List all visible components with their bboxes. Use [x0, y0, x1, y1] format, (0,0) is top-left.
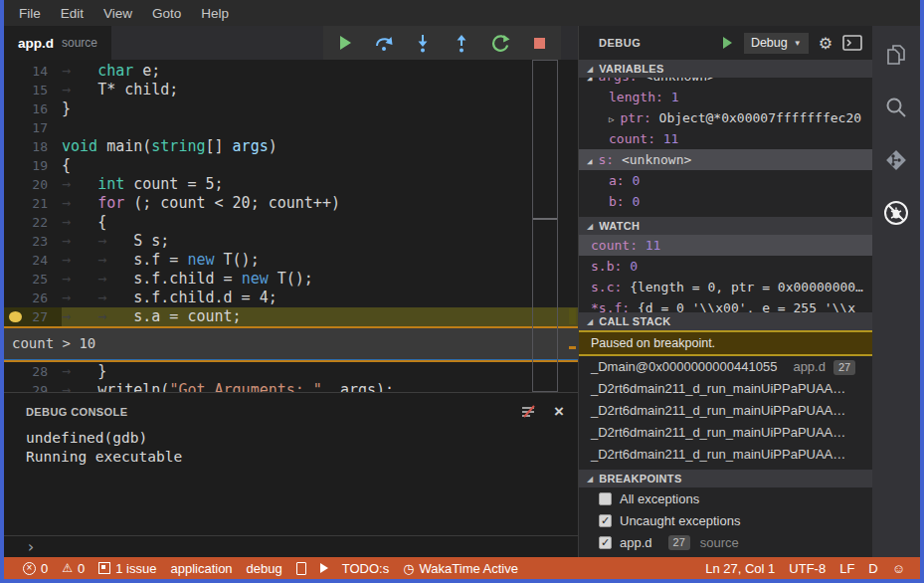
clear-console-button[interactable]: [520, 404, 538, 420]
callstack-frame[interactable]: _D2rt6dmain211_d_run_mainUiPPaPUAA…: [579, 378, 872, 400]
variables-row-ptr[interactable]: ▷ptr: Object@*0x00007fffffffec20: [579, 107, 872, 128]
gutter-26[interactable]: 26: [4, 289, 62, 307]
activity-source-control[interactable]: [876, 141, 916, 179]
activity-explorer[interactable]: [876, 36, 916, 74]
console-input-row[interactable]: ›: [4, 535, 578, 557]
gutter-15[interactable]: 15: [4, 81, 62, 99]
gutter-29[interactable]: 29: [4, 381, 62, 392]
menu-item-view[interactable]: View: [96, 4, 139, 23]
code-line-27[interactable]: 27→ → s.a = count;: [4, 307, 578, 326]
status-warning[interactable]: ⚠0: [55, 557, 92, 579]
menu-item-goto[interactable]: Goto: [145, 4, 188, 23]
open-console-button[interactable]: [842, 35, 862, 51]
stop-button[interactable]: [529, 33, 549, 53]
menu-item-file[interactable]: File: [12, 4, 48, 23]
breakpoint-condition-widget[interactable]: count > 10: [4, 326, 578, 362]
breakpoint-item[interactable]: ✓Uncaught exceptions: [579, 509, 872, 531]
breakpoint-item[interactable]: All exceptions: [579, 487, 872, 509]
gutter-16[interactable]: 16: [4, 99, 62, 118]
variables-row-b[interactable]: b: 0: [579, 191, 872, 212]
code-line-25[interactable]: 25→ → s.f.child = new T();: [4, 270, 578, 289]
status-todo-s[interactable]: TODO:s: [335, 557, 396, 579]
gutter-14[interactable]: 14: [4, 62, 62, 81]
callstack-frame[interactable]: _D2rt6dmain211_d_run_mainUiPPaPUAA…: [579, 422, 872, 444]
code-line-16[interactable]: 16}: [4, 99, 578, 118]
step-into-button[interactable]: [413, 33, 433, 53]
code-line-18[interactable]: 18void main(string[] args): [4, 137, 578, 156]
status-smiley[interactable]: ☺: [885, 557, 912, 579]
twistie-open-icon[interactable]: ◢: [587, 78, 592, 83]
gutter-25[interactable]: 25: [4, 270, 62, 289]
variables-row-length[interactable]: length: 1: [579, 87, 872, 107]
variables-row-s[interactable]: ◢s: <unknown>: [579, 149, 872, 170]
gutter-27[interactable]: 27: [4, 307, 62, 326]
status-application[interactable]: application: [163, 557, 239, 579]
status-error[interactable]: ×0: [16, 557, 55, 579]
code-line-28[interactable]: 28→ }: [4, 362, 578, 381]
gutter-22[interactable]: 22: [4, 213, 62, 232]
code-line-22[interactable]: 22→ {: [4, 213, 578, 232]
activity-search[interactable]: [876, 89, 916, 126]
checkbox-icon[interactable]: ✓: [599, 514, 612, 527]
code-line-23[interactable]: 23→ → S s;: [4, 232, 578, 251]
status-clock[interactable]: ◷WakaTime Active: [396, 557, 525, 579]
status-lf[interactable]: LF: [832, 557, 861, 579]
status-utf-8[interactable]: UTF-8: [782, 557, 832, 579]
code-line-29[interactable]: 29→ writeln("Got Arguments: ", args);: [4, 381, 578, 392]
status-ln-27-col-1[interactable]: Ln 27, Col 1: [698, 557, 782, 579]
variables-row-a[interactable]: a: 0: [579, 170, 872, 191]
gutter-19[interactable]: 19: [4, 156, 62, 175]
watch-row--s-f[interactable]: *s.f: {d = 0 '\\x00', e = 255 '\\x: [579, 297, 872, 312]
status-run[interactable]: [313, 557, 335, 579]
close-console-button[interactable]: ×: [554, 405, 564, 419]
code-line-24[interactable]: 24→ → s.f = new T();: [4, 251, 578, 270]
watch-row-count[interactable]: count: 11: [579, 235, 872, 256]
code-line-26[interactable]: 26→ → s.f.child.d = 4;: [4, 289, 578, 307]
code-editor[interactable]: 14→ char e;15→ T* child;16}1718void main…: [4, 60, 578, 392]
activity-debug[interactable]: [876, 194, 916, 232]
debug-config-dropdown[interactable]: Debug ▼: [744, 33, 809, 54]
variables-section-header[interactable]: ◢ VARIABLES: [579, 60, 872, 78]
variables-row-args[interactable]: ◢args: <unknown>: [579, 78, 872, 87]
code-line-19[interactable]: 19{: [4, 156, 578, 175]
step-out-button[interactable]: [452, 33, 471, 53]
gutter-23[interactable]: 23: [4, 232, 62, 251]
gutter-20[interactable]: 20: [4, 175, 62, 194]
gutter-17[interactable]: 17: [4, 118, 62, 137]
watch-section-header[interactable]: ◢ WATCH: [579, 217, 872, 235]
gutter-18[interactable]: 18: [4, 137, 62, 156]
code-line-14[interactable]: 14→ char e;: [4, 62, 578, 81]
status-d[interactable]: D: [861, 557, 884, 579]
editor-scrollbar[interactable]: [532, 60, 558, 392]
start-debug-button[interactable]: [720, 36, 734, 50]
checkbox-icon[interactable]: [599, 492, 612, 505]
callstack-frame[interactable]: _Dmain@0x0000000000441055app.d27: [579, 356, 872, 378]
gutter-21[interactable]: 21: [4, 194, 62, 213]
configure-gear-button[interactable]: ⚙: [819, 34, 832, 53]
tab-app-d[interactable]: app.d source: [4, 26, 111, 60]
breakpoints-section-header[interactable]: ◢ BREAKPOINTS: [579, 470, 872, 487]
gutter-24[interactable]: 24: [4, 251, 62, 270]
callstack-frame[interactable]: _D2rt6dmain211_d_run_mainUiPPaPUAA…: [579, 400, 872, 422]
twistie-closed-icon[interactable]: ▷: [609, 114, 614, 124]
continue-button[interactable]: [335, 33, 355, 53]
breakpoint-icon[interactable]: [9, 311, 22, 322]
watch-row-s-b[interactable]: s.b: 0: [579, 256, 872, 277]
gutter-28[interactable]: 28: [4, 362, 62, 381]
code-line-20[interactable]: 20→ int count = 5;: [4, 175, 578, 194]
checkbox-icon[interactable]: ✓: [599, 536, 612, 549]
code-line-21[interactable]: 21→ for (; count < 20; count++): [4, 194, 578, 213]
callstack-frame[interactable]: _D2rt6dmain211_d_run_mainUiPPaPUAA…: [579, 444, 872, 466]
code-line-17[interactable]: 17: [4, 118, 578, 137]
restart-button[interactable]: [490, 33, 510, 53]
menu-item-edit[interactable]: Edit: [54, 4, 91, 23]
status-debug[interactable]: debug: [240, 557, 289, 579]
menu-item-help[interactable]: Help: [194, 4, 236, 23]
status-file[interactable]: [289, 557, 313, 579]
step-over-button[interactable]: [374, 33, 394, 53]
breakpoint-item[interactable]: ✓app.d27source: [579, 531, 872, 553]
code-line-15[interactable]: 15→ T* child;: [4, 81, 578, 99]
variables-row-count[interactable]: count: 11: [579, 128, 872, 149]
status-issues[interactable]: 1 issue: [92, 557, 163, 579]
callstack-section-header[interactable]: ◢ CALL STACK: [579, 312, 872, 330]
